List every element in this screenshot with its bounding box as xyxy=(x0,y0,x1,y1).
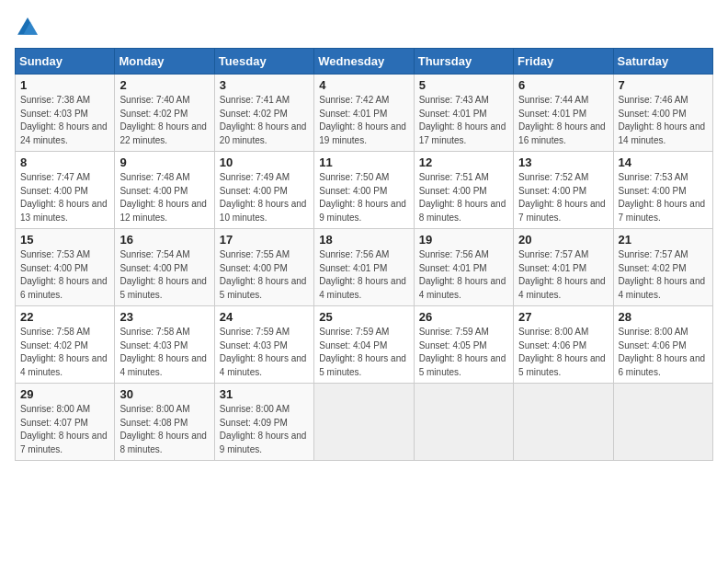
sunrise-label: Sunrise: xyxy=(419,249,453,259)
calendar-cell xyxy=(613,384,712,461)
sunset-label: Sunset: xyxy=(20,263,51,273)
day-number: 19 xyxy=(419,233,508,247)
daylight-label: Daylight: xyxy=(419,353,455,363)
daylight-label: Daylight: xyxy=(619,276,654,286)
sunrise-label: Sunrise: xyxy=(419,95,453,105)
sunrise-label: Sunrise: xyxy=(220,172,254,182)
calendar-cell xyxy=(414,384,513,461)
sunset-label: Sunset: xyxy=(220,418,251,428)
daylight-label: Daylight: xyxy=(419,121,455,132)
calendar-cell: 18 Sunrise: 7:56 AM Sunset: 4:01 PM Dayl… xyxy=(314,229,414,306)
sunset-label: Sunset: xyxy=(619,186,650,196)
day-info: Sunrise: 7:58 AM Sunset: 4:02 PM Dayligh… xyxy=(20,326,109,379)
calendar-cell: 23 Sunrise: 7:58 AM Sunset: 4:03 PM Dayl… xyxy=(115,306,214,384)
day-number: 28 xyxy=(619,310,708,324)
day-number: 12 xyxy=(419,155,508,169)
day-number: 22 xyxy=(20,310,109,324)
day-info: Sunrise: 7:47 AM Sunset: 4:00 PM Dayligh… xyxy=(20,171,109,224)
daylight-label: Daylight: xyxy=(20,121,56,132)
day-info: Sunrise: 7:46 AM Sunset: 4:00 PM Dayligh… xyxy=(619,94,708,147)
daylight-label: Daylight: xyxy=(619,199,654,209)
calendar-cell: 28 Sunrise: 8:00 AM Sunset: 4:06 PM Dayl… xyxy=(613,306,712,384)
sunset-label: Sunset: xyxy=(619,340,650,350)
daylight-label: Daylight: xyxy=(119,276,155,286)
daylight-label: Daylight: xyxy=(419,199,455,209)
sunset-label: Sunset: xyxy=(419,263,450,273)
sunset-label: Sunset: xyxy=(20,418,51,428)
sunrise-label: Sunrise: xyxy=(319,249,353,259)
day-number: 16 xyxy=(119,233,209,247)
day-info: Sunrise: 7:53 AM Sunset: 4:00 PM Dayligh… xyxy=(619,171,708,224)
sunrise-label: Sunrise: xyxy=(319,327,353,337)
day-number: 21 xyxy=(619,233,708,247)
sunset-label: Sunset: xyxy=(20,340,51,350)
day-number: 7 xyxy=(619,78,708,92)
page-header xyxy=(15,15,713,40)
day-info: Sunrise: 8:00 AM Sunset: 4:06 PM Dayligh… xyxy=(518,326,608,379)
calendar-cell: 12 Sunrise: 7:51 AM Sunset: 4:00 PM Dayl… xyxy=(414,152,513,229)
calendar-cell xyxy=(514,384,613,461)
weekday-header-row: SundayMondayTuesdayWednesdayThursdayFrid… xyxy=(16,49,713,75)
sunrise-label: Sunrise: xyxy=(220,249,254,259)
day-info: Sunrise: 7:57 AM Sunset: 4:02 PM Dayligh… xyxy=(619,248,708,302)
day-number: 3 xyxy=(220,78,309,92)
sunset-label: Sunset: xyxy=(319,263,350,273)
day-number: 30 xyxy=(119,387,209,401)
sunset-label: Sunset: xyxy=(518,263,550,273)
calendar-cell: 21 Sunrise: 7:57 AM Sunset: 4:02 PM Dayl… xyxy=(613,229,712,306)
day-number: 15 xyxy=(20,233,109,247)
calendar-cell: 25 Sunrise: 7:59 AM Sunset: 4:04 PM Dayl… xyxy=(314,306,414,384)
calendar-cell: 14 Sunrise: 7:53 AM Sunset: 4:00 PM Dayl… xyxy=(613,152,712,229)
calendar-cell: 16 Sunrise: 7:54 AM Sunset: 4:00 PM Dayl… xyxy=(115,229,214,306)
calendar-header: SundayMondayTuesdayWednesdayThursdayFrid… xyxy=(16,49,713,75)
sunset-label: Sunset: xyxy=(619,263,650,273)
day-number: 24 xyxy=(220,310,309,324)
day-number: 23 xyxy=(119,310,209,324)
sunrise-label: Sunrise: xyxy=(419,172,453,182)
day-number: 26 xyxy=(419,310,508,324)
day-number: 31 xyxy=(220,387,309,401)
sunset-label: Sunset: xyxy=(319,109,350,119)
day-number: 25 xyxy=(319,310,408,324)
sunrise-label: Sunrise: xyxy=(518,249,552,259)
day-number: 9 xyxy=(119,155,209,169)
calendar-cell: 2 Sunrise: 7:40 AM Sunset: 4:02 PM Dayli… xyxy=(115,75,214,152)
day-info: Sunrise: 7:44 AM Sunset: 4:01 PM Dayligh… xyxy=(518,94,608,147)
calendar-cell: 27 Sunrise: 8:00 AM Sunset: 4:06 PM Dayl… xyxy=(514,306,613,384)
sunrise-label: Sunrise: xyxy=(319,172,353,182)
day-info: Sunrise: 7:56 AM Sunset: 4:01 PM Dayligh… xyxy=(319,248,408,302)
calendar-week-3: 15 Sunrise: 7:53 AM Sunset: 4:00 PM Dayl… xyxy=(16,229,713,306)
sunset-label: Sunset: xyxy=(119,340,151,350)
logo-icon xyxy=(15,15,40,40)
sunrise-label: Sunrise: xyxy=(619,327,653,337)
calendar-cell: 3 Sunrise: 7:41 AM Sunset: 4:02 PM Dayli… xyxy=(214,75,313,152)
day-info: Sunrise: 8:00 AM Sunset: 4:07 PM Dayligh… xyxy=(20,403,109,456)
sunrise-label: Sunrise: xyxy=(119,404,154,414)
daylight-label: Daylight: xyxy=(119,431,155,441)
day-info: Sunrise: 7:57 AM Sunset: 4:01 PM Dayligh… xyxy=(518,248,608,302)
calendar-cell: 6 Sunrise: 7:44 AM Sunset: 4:01 PM Dayli… xyxy=(514,75,613,152)
calendar-cell: 19 Sunrise: 7:56 AM Sunset: 4:01 PM Dayl… xyxy=(414,229,513,306)
calendar-cell: 11 Sunrise: 7:50 AM Sunset: 4:00 PM Dayl… xyxy=(314,152,414,229)
calendar-cell xyxy=(314,384,414,461)
day-info: Sunrise: 7:59 AM Sunset: 4:04 PM Dayligh… xyxy=(319,326,408,379)
sunrise-label: Sunrise: xyxy=(619,95,653,105)
daylight-label: Daylight: xyxy=(20,431,56,441)
calendar-table: SundayMondayTuesdayWednesdayThursdayFrid… xyxy=(15,48,713,461)
sunset-label: Sunset: xyxy=(220,186,251,196)
day-number: 18 xyxy=(319,233,408,247)
sunset-label: Sunset: xyxy=(518,340,550,350)
day-info: Sunrise: 8:00 AM Sunset: 4:09 PM Dayligh… xyxy=(220,403,309,456)
sunrise-label: Sunrise: xyxy=(20,172,54,182)
day-number: 17 xyxy=(220,233,309,247)
daylight-label: Daylight: xyxy=(220,199,256,209)
weekday-header-saturday: Saturday xyxy=(613,49,712,75)
day-number: 29 xyxy=(20,387,109,401)
day-number: 11 xyxy=(319,155,408,169)
day-number: 14 xyxy=(619,155,708,169)
day-info: Sunrise: 7:40 AM Sunset: 4:02 PM Dayligh… xyxy=(119,94,209,147)
day-number: 8 xyxy=(20,155,109,169)
weekday-header-wednesday: Wednesday xyxy=(314,49,414,75)
day-info: Sunrise: 7:49 AM Sunset: 4:00 PM Dayligh… xyxy=(220,171,309,224)
sunset-label: Sunset: xyxy=(119,263,151,273)
